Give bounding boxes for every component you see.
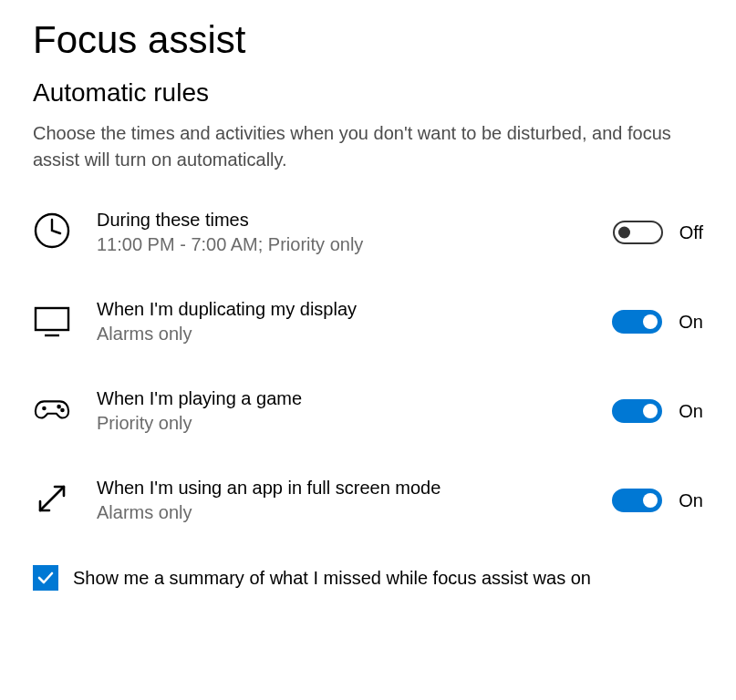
summary-checkbox-label: Show me a summary of what I missed while… xyxy=(73,568,591,589)
rule-title: During these times xyxy=(97,208,598,232)
svg-line-6 xyxy=(40,487,64,510)
svg-point-4 xyxy=(57,406,59,407)
rule-toggle[interactable] xyxy=(612,399,662,423)
rule-subtitle: Alarms only xyxy=(97,500,597,525)
page-title: Focus assist xyxy=(33,18,703,62)
rule-toggle[interactable] xyxy=(613,221,663,244)
rule-playing-game[interactable]: When I'm playing a game Priority only On xyxy=(33,386,703,436)
summary-checkbox[interactable] xyxy=(33,565,58,591)
rule-toggle[interactable] xyxy=(612,310,662,334)
toggle-state-label: On xyxy=(679,312,703,333)
section-description: Choose the times and activities when you… xyxy=(33,120,703,173)
toggle-state-label: Off xyxy=(679,222,703,243)
fullscreen-arrow-icon xyxy=(33,479,71,518)
rule-title: When I'm using an app in full screen mod… xyxy=(97,476,597,500)
rule-fullscreen-app[interactable]: When I'm using an app in full screen mod… xyxy=(33,476,703,525)
rule-subtitle: Alarms only xyxy=(97,322,597,346)
svg-rect-1 xyxy=(36,308,68,330)
rule-title: When I'm duplicating my display xyxy=(97,297,597,322)
clock-icon xyxy=(33,211,71,250)
summary-checkbox-row[interactable]: Show me a summary of what I missed while… xyxy=(33,565,703,591)
rule-subtitle: 11:00 PM - 7:00 AM; Priority only xyxy=(97,232,598,257)
section-heading: Automatic rules xyxy=(33,78,703,108)
rule-subtitle: Priority only xyxy=(97,411,597,436)
svg-point-5 xyxy=(61,409,63,411)
rule-toggle[interactable] xyxy=(612,489,662,512)
toggle-state-label: On xyxy=(679,490,703,511)
gamepad-icon xyxy=(33,390,71,428)
svg-point-3 xyxy=(43,407,45,409)
rule-during-times[interactable]: During these times 11:00 PM - 7:00 AM; P… xyxy=(33,208,703,257)
monitor-icon xyxy=(33,301,71,339)
rule-title: When I'm playing a game xyxy=(97,386,597,411)
rule-duplicating-display[interactable]: When I'm duplicating my display Alarms o… xyxy=(33,297,703,346)
toggle-state-label: On xyxy=(679,401,703,422)
